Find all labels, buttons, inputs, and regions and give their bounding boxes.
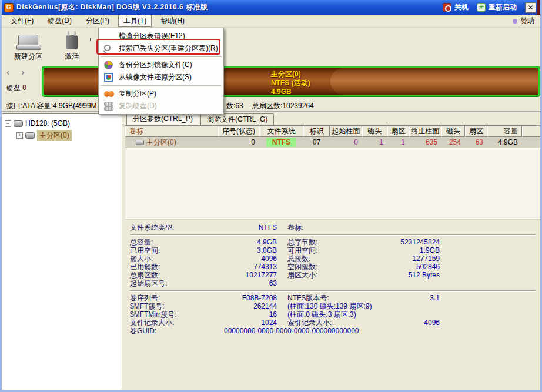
partition-table-row[interactable]: 主分区(0) 0 NTFS 07 0 1 1 635 254 63 4.9GB	[125, 137, 540, 148]
tab-partition-params[interactable]: 分区参数(CTRL_P)	[126, 113, 199, 125]
title-bar: G DiskGenius[原名: DiskMan] DOS版 V3.2.2010…	[0, 0, 542, 15]
copy-partition-icon	[104, 91, 113, 100]
close-button[interactable]: ✕	[525, 2, 536, 13]
partition-free-space-segment	[330, 68, 538, 95]
detail-row: 总扇区数:10217277 扇区大小:512 Bytes	[130, 271, 540, 279]
row-volume: 主分区(0)	[125, 137, 218, 148]
restart-icon: ✳	[477, 3, 486, 12]
col-capacity[interactable]: 容量	[487, 126, 522, 137]
shutdown-label: 关机	[454, 2, 469, 12]
tree-root-label: HD128: (5GB)	[25, 119, 70, 128]
partition-fs-status: NTFS (活动)	[271, 79, 310, 88]
menu-item-restore-partition[interactable]: 从镜像文件还原分区(S)	[99, 71, 223, 83]
col-start-cylinder[interactable]: 起始柱面	[330, 126, 362, 137]
col-filler	[522, 126, 540, 137]
partition-icon	[25, 132, 35, 139]
disk-info-left: 接口:ATA 容量:4.9GB(4999M	[6, 101, 97, 111]
menu-bar: 文件(F) 硬盘(D) 分区(P) 工具(T) 帮助(H) 赞助	[2, 15, 540, 28]
restore-image-icon	[104, 73, 113, 82]
row-start-sector: 1	[387, 137, 409, 148]
copy-disk-icon	[104, 102, 113, 110]
partition-row-icon	[136, 140, 144, 145]
row-end-cylinder: 635	[409, 137, 441, 148]
col-end-sector[interactable]: 扇区	[465, 126, 487, 137]
row-start-cylinder: 0	[330, 137, 362, 148]
tab-bar: 分区参数(CTRL_P) 浏览文件(CTRL_G)	[125, 113, 540, 126]
expand-icon[interactable]: +	[16, 132, 23, 139]
col-filesystem[interactable]: 文件系统	[259, 126, 303, 137]
menu-disk[interactable]: 硬盘(D)	[42, 15, 77, 27]
tree-node-hd128[interactable]: − HD128: (5GB)	[5, 118, 119, 129]
sponsor-label: 赞助	[520, 16, 534, 26]
sponsor-link[interactable]: 赞助	[513, 16, 534, 26]
row-index: 0	[218, 137, 259, 148]
new-partition-icon	[18, 35, 38, 48]
col-end-head[interactable]: 磁头	[441, 126, 465, 137]
disk-info-right: 数:63 总扇区数:10239264	[226, 101, 314, 111]
detail-row: 文件系统类型:NTFS 卷标:	[130, 223, 540, 232]
detail-row: 簇大小:4096 总簇数:1277159	[130, 254, 540, 263]
filesystem-badge: NTFS	[266, 138, 296, 147]
detail-row: $MFT簇号:262144 (柱面:130 磁头:139 扇区:9)	[130, 302, 540, 310]
detail-row: 已用空间:3.0GB 可用空间:1.9GB	[130, 246, 540, 254]
disk-prev-next-arrows[interactable]: ‹ ›	[6, 67, 41, 77]
row-end-head: 254	[441, 137, 465, 148]
new-partition-button[interactable]: 新建分区	[6, 28, 50, 63]
shutdown-button[interactable]: 关机	[443, 2, 469, 12]
tab-browse-files[interactable]: 浏览文件(CTRL_G)	[200, 113, 274, 125]
activate-button[interactable]: 激活	[50, 28, 93, 63]
power-icon	[443, 3, 451, 12]
section-divider	[130, 290, 536, 292]
tree-child-label: 主分区(0)	[37, 130, 72, 141]
col-index-status[interactable]: 序号(状态)	[218, 126, 259, 137]
toolbar: 新建分区 激活 Ø 格式化	[2, 28, 540, 65]
restart-label: 重新启动	[489, 2, 517, 12]
disk-info-bar: 接口:ATA 容量:4.9GB(4999M 数:63 总扇区数:10239264	[2, 99, 540, 112]
row-id: 07	[303, 137, 330, 148]
hard-disk-icon	[14, 120, 23, 127]
col-start-head[interactable]: 磁头	[362, 126, 387, 137]
window-title: DiskGenius[原名: DiskMan] DOS版 V3.2.2010.6…	[16, 2, 208, 12]
menu-help[interactable]: 帮助(H)	[155, 15, 190, 27]
table-empty-area	[125, 148, 540, 220]
row-end-sector: 63	[465, 137, 487, 148]
detail-row: 起始扇区号:63	[130, 279, 540, 287]
details-pane: 文件系统类型:NTFS 卷标: 总容量:4.9GB 总字节数:523124582…	[125, 220, 540, 390]
row-capacity: 4.9GB	[487, 137, 522, 148]
menu-separator	[101, 85, 222, 86]
menu-separator	[101, 56, 222, 57]
tree-node-primary-partition[interactable]: + 主分区(0)	[5, 129, 119, 141]
new-partition-label: 新建分区	[14, 52, 42, 62]
menu-tools[interactable]: 工具(T)	[118, 15, 152, 27]
col-volume[interactable]: 卷标	[125, 126, 218, 137]
main-area: − HD128: (5GB) + 主分区(0) 分区参数(CTRL_P) 浏览文…	[2, 113, 540, 390]
disk-number-label: 硬盘 0	[6, 83, 41, 93]
restart-button[interactable]: ✳ 重新启动	[477, 2, 517, 12]
sponsor-dot-icon	[513, 19, 517, 24]
diskgenius-window: G DiskGenius[原名: DiskMan] DOS版 V3.2.2010…	[0, 0, 542, 392]
detail-row: 文件记录大小:1024 索引记录大小:4096	[130, 319, 540, 327]
col-start-sector[interactable]: 扇区	[387, 126, 409, 137]
detail-row: 卷GUID: 00000000-0000-0000-0000-000000000…	[130, 327, 540, 335]
menu-file[interactable]: 文件(F)	[5, 15, 39, 27]
disk-tree-panel: − HD128: (5GB) + 主分区(0)	[2, 113, 122, 390]
activate-label: 激活	[65, 52, 79, 62]
menu-item-copy-disk: 复制硬盘(D)	[99, 100, 223, 112]
right-pane: 分区参数(CTRL_P) 浏览文件(CTRL_G) 卷标 序号(状态) 文件系统…	[125, 113, 540, 390]
collapse-icon[interactable]: −	[5, 120, 11, 127]
plug-icon	[66, 35, 78, 49]
detail-row: 已用簇数:774313 空闲簇数:502846	[130, 263, 540, 271]
detail-row: 总容量:4.9GB 总字节数:5231245824	[130, 238, 540, 246]
menu-partition[interactable]: 分区(P)	[81, 15, 115, 27]
menu-item-search-lost-partitions[interactable]: 搜索已丢失分区(重建分区表)(R)	[99, 42, 223, 55]
menu-item-check-partition-table[interactable]: 检查分区表错误(F12)	[99, 30, 223, 42]
partition-name: 主分区(0)	[271, 70, 310, 79]
col-id[interactable]: 标识	[303, 126, 330, 137]
col-end-cylinder[interactable]: 终止柱面	[409, 126, 441, 137]
menu-item-backup-partition[interactable]: 备份分区到镜像文件(C)	[99, 59, 223, 71]
section-divider	[130, 234, 536, 236]
menu-item-copy-partition[interactable]: 复制分区(P)	[99, 88, 223, 100]
app-icon: G	[4, 3, 14, 12]
disk-navigation: ‹ › 硬盘 0	[6, 67, 41, 93]
tools-dropdown-menu: 检查分区表错误(F12) 搜索已丢失分区(重建分区表)(R) 备份分区到镜像文件…	[98, 28, 224, 115]
